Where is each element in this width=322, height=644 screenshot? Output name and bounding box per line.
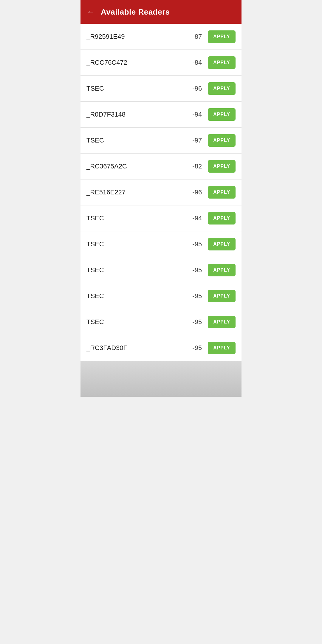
list-item: _RE516E227-96APPLY [80,179,242,205]
reader-name: TSEC [86,85,185,92]
reader-name: TSEC [86,240,185,248]
apply-button[interactable]: APPLY [208,82,236,95]
list-item: TSEC-95APPLY [80,257,242,283]
apply-button[interactable]: APPLY [208,316,236,328]
reader-name: TSEC [86,318,185,326]
reader-name: TSEC [86,292,185,300]
list-item: TSEC-96APPLY [80,76,242,102]
reader-name: _RCC76C472 [86,59,185,66]
reader-signal: -95 [185,292,202,300]
readers-list: _R92591E49-87APPLY_RCC76C472-84APPLYTSEC… [80,24,242,361]
list-item: TSEC-95APPLY [80,309,242,335]
apply-button[interactable]: APPLY [208,212,236,225]
apply-button[interactable]: APPLY [208,342,236,354]
reader-name: TSEC [86,266,185,274]
reader-name: TSEC [86,137,185,144]
apply-button[interactable]: APPLY [208,56,236,69]
reader-name: _R0D7F3148 [86,111,185,118]
back-button[interactable]: ← [86,7,95,17]
apply-button[interactable]: APPLY [208,134,236,147]
reader-signal: -94 [185,111,202,118]
list-item: TSEC-95APPLY [80,231,242,257]
list-item: _R0D7F3148-94APPLY [80,102,242,128]
reader-name: TSEC [86,214,185,222]
reader-signal: -95 [185,318,202,326]
apply-button[interactable]: APPLY [208,238,236,250]
reader-signal: -96 [185,85,202,92]
list-item: _RC3675A2C-82APPLY [80,154,242,179]
reader-signal: -95 [185,344,202,352]
reader-signal: -94 [185,214,202,222]
apply-button[interactable]: APPLY [208,290,236,302]
list-item: TSEC-94APPLY [80,205,242,231]
list-item: _R92591E49-87APPLY [80,24,242,50]
apply-button[interactable]: APPLY [208,108,236,121]
reader-signal: -82 [185,162,202,170]
reader-name: _RE516E227 [86,188,185,196]
reader-name: _R92591E49 [86,33,185,41]
reader-signal: -87 [185,33,202,41]
reader-name: _RC3675A2C [86,162,185,170]
list-item: TSEC-97APPLY [80,128,242,154]
reader-signal: -95 [185,240,202,248]
footer-space [80,361,242,397]
reader-name: _RC3FAD30F [86,344,185,352]
apply-button[interactable]: APPLY [208,264,236,276]
list-item: _RCC76C472-84APPLY [80,50,242,76]
apply-button[interactable]: APPLY [208,30,236,43]
page-title: Available Readers [101,7,170,17]
header: ← Available Readers [80,0,242,24]
app-container: ← Available Readers _R92591E49-87APPLY_R… [80,0,242,397]
apply-button[interactable]: APPLY [208,186,236,199]
reader-signal: -95 [185,266,202,274]
reader-signal: -96 [185,188,202,196]
reader-signal: -97 [185,137,202,144]
apply-button[interactable]: APPLY [208,160,236,173]
reader-signal: -84 [185,59,202,66]
list-item: TSEC-95APPLY [80,283,242,309]
list-item: _RC3FAD30F-95APPLY [80,335,242,361]
